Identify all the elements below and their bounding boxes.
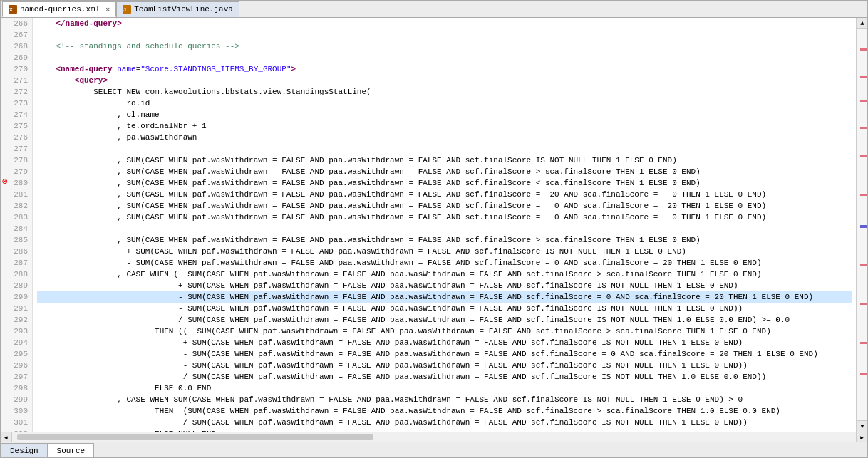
ln-300: 300 — [1, 405, 32, 417]
code-line-300: THEN (SUM(CASE WHEN paf.wasWithdrawn = F… — [37, 405, 852, 417]
ruler-marker-10 — [860, 373, 867, 375]
tab-design[interactable]: Design — [1, 443, 48, 457]
tab-named-queries-label: named-queries.xml — [20, 5, 100, 14]
ruler-marker-1 — [860, 48, 867, 51]
tab-named-queries-close[interactable]: ✕ — [105, 5, 110, 14]
ln-266: 266 — [1, 18, 32, 29]
bottom-tabs: Design Source — [1, 442, 867, 457]
line-numbers: 266 267 268 269 270 271 272 273 274 275 … — [1, 18, 33, 432]
code-line-293: THEN (( SUM(CASE WHEN paf.wasWithdrawn =… — [37, 326, 852, 337]
overview-ruler: ▲ ▼ — [856, 18, 867, 432]
svg-text:J: J — [123, 7, 126, 12]
code-line-289: + SUM(CASE WHEN paf.wasWithdrawn = FALSE… — [37, 280, 852, 291]
ln-274: 274 — [1, 109, 32, 120]
code-line-302: ELSE NULL END — [37, 428, 852, 432]
code-line-290: - SUM(CASE WHEN paf.wasWithdrawn = FALSE… — [37, 291, 852, 303]
ln-283: 283 — [1, 212, 32, 223]
ln-292: 292 — [1, 314, 32, 326]
code-line-274: , cl.name — [37, 109, 852, 120]
code-line-285: , SUM(CASE WHEN paf.wasWithdrawn = FALSE… — [37, 234, 852, 246]
ln-280: ⊗280 — [1, 177, 32, 189]
code-line-296: - SUM(CASE WHEN paf.wasWithdrawn = FALSE… — [37, 360, 852, 371]
scroll-left-arrow[interactable]: ◄ — [1, 432, 12, 442]
ln-277: 277 — [1, 143, 32, 155]
main-window: X named-queries.xml ✕ J TeamListViewLine… — [0, 0, 868, 458]
ruler-marker-4 — [860, 127, 867, 129]
ln-290: 290 — [1, 291, 32, 303]
ruler-marker-8 — [860, 303, 867, 305]
ln-298: 298 — [1, 382, 32, 394]
ruler-marker-5 — [860, 155, 867, 157]
tab-design-label: Design — [10, 447, 38, 455]
ln-278: 278 — [1, 155, 32, 166]
tab-bar: X named-queries.xml ✕ J TeamListViewLine… — [1, 1, 867, 18]
ln-287: 287 — [1, 257, 32, 269]
code-line-298: ELSE 0.0 END — [37, 382, 852, 394]
ln-295: 295 — [1, 348, 32, 360]
code-line-268: <!-- standings and schedule queries --> — [37, 41, 852, 52]
scroll-right-arrow[interactable]: ► — [856, 432, 867, 442]
code-line-276: , pa.wasWithdrawn — [37, 132, 852, 143]
code-line-282: , SUM(CASE WHEN paf.wasWithdrawn = FALSE… — [37, 200, 852, 212]
ln-272: 272 — [1, 86, 32, 98]
code-area: 266 267 268 269 270 271 272 273 274 275 … — [1, 18, 856, 432]
ln-284: 284 — [1, 223, 32, 234]
svg-text:X: X — [9, 7, 13, 12]
code-line-291: - SUM(CASE WHEN paf.wasWithdrawn = FALSE… — [37, 303, 852, 314]
ln-291: 291 — [1, 303, 32, 314]
ln-271: 271 — [1, 75, 32, 86]
ln-302: 302 — [1, 428, 32, 432]
code-line-273: ro.id — [37, 98, 852, 109]
tab-source[interactable]: Source — [48, 443, 95, 457]
tab-teamlistviewline[interactable]: J TeamListViewLine.java — [116, 1, 239, 17]
code-line-283: , SUM(CASE WHEN paf.wasWithdrawn = FALSE… — [37, 212, 852, 223]
code-line-281: , SUM(CASE WHEN paf.wasWithdrawn = FALSE… — [37, 189, 852, 200]
code-line-267 — [37, 29, 852, 41]
code-line-277 — [37, 143, 852, 155]
scroll-down-arrow[interactable]: ▼ — [857, 420, 867, 432]
code-line-279: , SUM(CASE WHEN paf.wasWithdrawn = FALSE… — [37, 166, 852, 177]
ln-269: 269 — [1, 52, 32, 63]
ln-281: 281 — [1, 189, 32, 200]
ln-273: 273 — [1, 98, 32, 109]
code-line-286: + SUM(CASE WHEN paf.wasWithdrawn = FALSE… — [37, 246, 852, 257]
java-file-icon: J — [123, 5, 131, 14]
ln-270: 270 — [1, 63, 32, 75]
ruler-marker-3 — [860, 100, 867, 102]
ln-276: 276 — [1, 132, 32, 143]
ruler-marker-9 — [860, 342, 867, 344]
code-line-294: + SUM(CASE WHEN paf.wasWithdrawn = FALSE… — [37, 337, 852, 348]
code-line-272: SELECT NEW com.kawoolutions.bbstats.view… — [37, 86, 852, 98]
code-line-292: / SUM(CASE WHEN paf.wasWithdrawn = FALSE… — [37, 314, 852, 326]
ln-285: 285 — [1, 234, 32, 246]
h-scroll-track[interactable] — [12, 432, 856, 442]
tab-named-queries[interactable]: X named-queries.xml ✕ — [2, 1, 116, 17]
ln-299: 299 — [1, 394, 32, 405]
h-scroll-thumb[interactable] — [17, 434, 373, 440]
ln-268: 268 — [1, 41, 32, 52]
ruler-marker-2 — [860, 76, 867, 78]
code-line-278: , SUM(CASE WHEN paf.wasWithdrawn = FALSE… — [37, 155, 852, 166]
ln-279: 279 — [1, 166, 32, 177]
xml-file-icon: X — [9, 5, 17, 14]
code-line-266: </named-query> — [37, 18, 852, 29]
code-line-284 — [37, 223, 852, 234]
code-line-287: - SUM(CASE WHEN paf.wasWithdrawn = FALSE… — [37, 257, 852, 269]
code-line-271: <query> — [37, 75, 852, 86]
tab-teamlistviewline-label: TeamListViewLine.java — [134, 5, 233, 14]
code-line-280: , SUM(CASE WHEN paf.wasWithdrawn = FALSE… — [37, 177, 852, 189]
ln-289: 289 — [1, 280, 32, 291]
code-line-297: / SUM(CASE WHEN paf.wasWithdrawn = FALSE… — [37, 371, 852, 382]
code-line-299: , CASE WHEN SUM(CASE WHEN paf.wasWithdra… — [37, 394, 852, 405]
editor-body: 266 267 268 269 270 271 272 273 274 275 … — [1, 18, 867, 432]
ln-296: 296 — [1, 360, 32, 371]
ln-288: 288 — [1, 269, 32, 280]
tab-source-label: Source — [57, 447, 86, 455]
code-line-275: , te.ordinalNbr + 1 — [37, 120, 852, 132]
ln-286: 286 — [1, 246, 32, 257]
editor-scroll[interactable]: 266 267 268 269 270 271 272 273 274 275 … — [1, 18, 856, 432]
ln-282: 282 — [1, 200, 32, 212]
scroll-up-arrow[interactable]: ▲ — [857, 18, 867, 29]
code-line-295: - SUM(CASE WHEN paf.wasWithdrawn = FALSE… — [37, 348, 852, 360]
code-line-270: <named-query name="Score.STANDINGS_ITEMS… — [37, 63, 852, 75]
